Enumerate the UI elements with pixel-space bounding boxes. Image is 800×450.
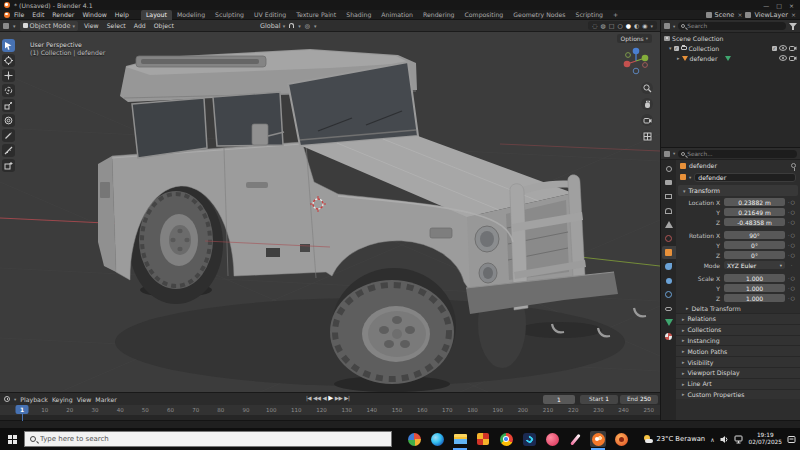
shading-rendered-icon[interactable]: ◉ — [642, 22, 647, 29]
tool-transform[interactable] — [2, 114, 15, 127]
menu-marker[interactable]: Marker — [95, 396, 116, 403]
collection-exclude-checkbox[interactable]: ✓ — [772, 46, 777, 51]
shading-solid-icon[interactable]: ● — [626, 22, 631, 29]
current-frame-field[interactable]: 1 — [543, 395, 575, 404]
tab-geometry-nodes[interactable]: Geometry Nodes — [508, 10, 570, 20]
app-icon-chrome[interactable] — [498, 431, 514, 447]
tray-expand-icon[interactable]: ∧ — [710, 436, 714, 443]
outliner-search-input[interactable] — [687, 23, 783, 29]
menu-window[interactable]: Window — [78, 11, 110, 18]
transform-section-header[interactable]: ▾Transform — [678, 185, 798, 196]
section-viewport-display[interactable]: ▸Viewport Display — [676, 367, 800, 378]
next-keyframe-button[interactable]: ▶▶ — [335, 395, 342, 401]
frame-end-field[interactable]: End250 — [620, 395, 658, 404]
prev-keyframe-button[interactable]: ◀◀ — [313, 395, 320, 401]
clock-widget[interactable]: 19:19 02/07/2025 — [749, 432, 782, 446]
shading-wireframe-icon[interactable]: ○ — [617, 22, 622, 29]
blender-menu-icon[interactable] — [4, 12, 10, 18]
timeline-editor-icon[interactable] — [4, 396, 10, 402]
menu-render[interactable]: Render — [48, 11, 78, 18]
close-button[interactable]: × — [789, 2, 794, 9]
outliner-search[interactable] — [678, 22, 786, 30]
pin-icon[interactable] — [791, 163, 796, 168]
section-instancing[interactable]: ▸Instancing — [676, 335, 800, 346]
add-workspace-button[interactable]: + — [608, 10, 623, 20]
jump-to-start-button[interactable]: |◀ — [306, 395, 311, 401]
play-button[interactable]: ▶ — [328, 394, 333, 402]
tab-rendering[interactable]: Rendering — [418, 10, 460, 20]
tool-annotate[interactable] — [2, 129, 15, 142]
menu-edit[interactable]: Edit — [28, 11, 48, 18]
tab-modifiers[interactable] — [662, 260, 676, 273]
section-custom-properties[interactable]: ▸Custom Properties — [676, 389, 800, 400]
properties-editor-icon[interactable] — [664, 151, 670, 157]
scale-x-field[interactable]: 1.000 — [724, 274, 785, 283]
location-y-field[interactable]: 0.21649 m — [724, 208, 785, 217]
menu-view[interactable]: View — [77, 396, 92, 403]
weather-widget[interactable]: 23°C Berawan — [644, 435, 705, 444]
collection-checkbox[interactable]: ✓ — [674, 46, 679, 51]
outliner-row-collection[interactable]: ▾ ✓ Collection ✓ — [661, 43, 800, 53]
section-relations[interactable]: ▸Relations — [676, 313, 800, 324]
editor-type-icon[interactable] — [3, 23, 9, 29]
tab-constraints[interactable] — [662, 302, 676, 315]
outliner-editor-icon[interactable] — [664, 23, 670, 29]
scene-unlink-icon[interactable]: × — [737, 11, 742, 18]
zoom-view-icon[interactable] — [641, 82, 653, 94]
tool-add-cube[interactable] — [2, 159, 15, 172]
location-z-field[interactable]: -0.48358 m — [724, 218, 785, 227]
menu-keying[interactable]: Keying — [52, 396, 73, 403]
start-button[interactable] — [0, 428, 24, 450]
tab-sculpting[interactable]: Sculpting — [210, 10, 249, 20]
shading-material-icon[interactable]: ◐ — [634, 22, 639, 29]
section-motion-paths[interactable]: ▸Motion Paths — [676, 345, 800, 356]
app-icon-file-explorer[interactable] — [452, 431, 468, 447]
disable-render-camera-icon[interactable] — [789, 45, 797, 51]
tab-render[interactable] — [662, 176, 676, 189]
maximize-button[interactable]: □ — [776, 2, 782, 9]
play-reverse-button[interactable]: ◀ — [323, 395, 327, 401]
tool-cursor[interactable] — [2, 54, 15, 67]
tab-output[interactable] — [662, 190, 676, 203]
menu-select[interactable]: Select — [105, 22, 128, 29]
tool-move[interactable] — [2, 69, 15, 82]
orthographic-toggle-icon[interactable] — [641, 130, 653, 142]
scale-y-field[interactable]: 1.000 — [724, 284, 785, 293]
frame-start-field[interactable]: Start1 — [580, 395, 618, 404]
tab-uv-editing[interactable]: UV Editing — [249, 10, 291, 20]
app-icon-capcut[interactable] — [521, 431, 537, 447]
timeline-ruler[interactable]: 1102030405060708090100110120130140150160… — [0, 405, 660, 415]
properties-search[interactable] — [678, 150, 797, 158]
app-icon-browser-orange[interactable] — [613, 431, 629, 447]
tab-view-layer[interactable] — [662, 204, 676, 217]
taskbar-search-input[interactable] — [40, 435, 386, 443]
tab-object[interactable] — [662, 246, 676, 259]
tab-layout[interactable]: Layout — [141, 10, 172, 20]
hide-eye-icon[interactable] — [779, 45, 787, 51]
section-visibility[interactable]: ▸Visibility — [676, 356, 800, 367]
tab-object-data[interactable] — [662, 316, 676, 329]
tab-world[interactable] — [662, 232, 676, 245]
menu-object[interactable]: Object — [152, 22, 176, 29]
object-name-field[interactable] — [694, 173, 796, 182]
tab-modeling[interactable]: Modeling — [172, 10, 210, 20]
tab-material[interactable] — [662, 330, 676, 343]
location-x-field[interactable]: 0.23882 m — [724, 198, 785, 207]
menu-add[interactable]: Add — [132, 22, 148, 29]
mode-selector[interactable]: Object Mode▾ — [20, 21, 78, 31]
scale-z-field[interactable]: 1.000 — [724, 294, 785, 303]
tool-scale[interactable] — [2, 99, 15, 112]
rotation-mode-dropdown[interactable]: XYZ Euler▾ — [724, 261, 785, 270]
proportional-editing-icon[interactable]: ◎ — [305, 22, 310, 29]
rotation-z-field[interactable]: 0° — [724, 251, 785, 260]
tab-shading[interactable]: Shading — [341, 10, 376, 20]
app-icon-blender[interactable] — [590, 431, 606, 447]
section-line-art[interactable]: ▸Line Art — [676, 378, 800, 389]
section-delta-transform[interactable]: ▸Delta Transform — [676, 303, 800, 313]
tab-compositing[interactable]: Compositing — [460, 10, 509, 20]
app-icon-pen-tool[interactable] — [567, 431, 583, 447]
camera-view-icon[interactable] — [641, 114, 653, 126]
filter-icon[interactable] — [789, 23, 797, 30]
tool-rotate[interactable] — [2, 84, 15, 97]
orientation-selector[interactable]: Global ▾ — [260, 22, 285, 30]
